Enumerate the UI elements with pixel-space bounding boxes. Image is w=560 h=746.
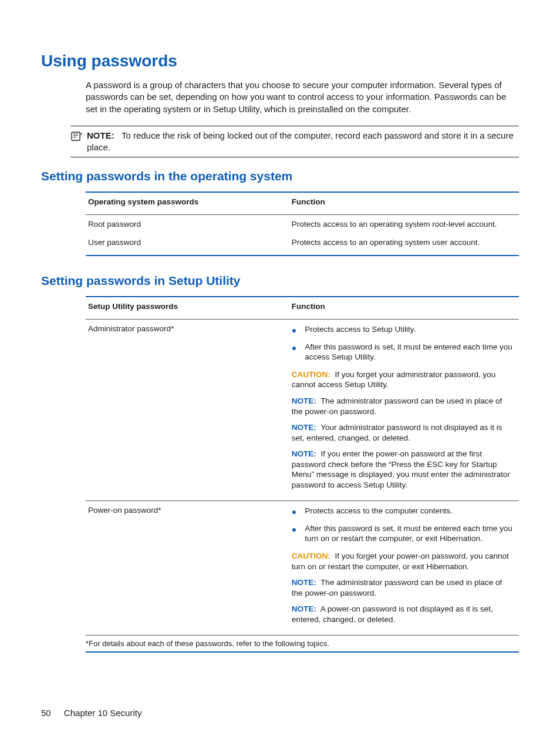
table-footnote: *For details about each of these passwor… [86,636,519,648]
cell: ●Protects access to the computer content… [289,501,519,631]
setup-passwords-table-body-2: Power-on password* ●Protects access to t… [86,501,519,631]
table-header: Function [289,193,519,211]
table-row: User password Protects access to an oper… [86,233,519,251]
bullet-text: After this password is set, it must be e… [305,342,514,362]
bullet-text: Protects access to Setup Utility. [305,324,416,335]
chapter-label: Chapter 10 Security [64,708,142,718]
note-label: NOTE: [292,396,316,405]
bullet-text: Protects access to the computer contents… [305,506,452,516]
top-note-box: NOTE: To reduce the risk of being locked… [70,126,519,158]
table-header: Setup Utility passwords [86,297,289,315]
bullet-icon: ● [292,506,296,516]
cell: Protects access to an operating system u… [289,233,519,251]
list-item: ●After this password is set, it must be … [292,523,514,544]
setup-passwords-table-head: Setup Utility passwords Function [86,297,519,315]
os-passwords-table: Operating system passwords Function [86,193,519,211]
note-body: To reduce the risk of being locked out o… [87,130,514,152]
caution-label: CAUTION: [292,370,330,379]
os-passwords-table-body: Root password Protects access to an oper… [86,215,519,251]
caution-label: CAUTION: [292,552,330,560]
inline-note: NOTE: The administrator password can be … [292,396,514,416]
note-text: A power-on password is not displayed as … [292,604,493,624]
cell: User password [86,233,289,251]
note-label: NOTE: [87,130,114,140]
list-item: ●Protects access to the computer content… [292,506,514,516]
table-header: Function [289,297,519,315]
table-row: Administrator password* ●Protects access… [86,320,519,497]
cell: Protects access to an operating system r… [289,215,519,233]
note-label: NOTE: [292,578,316,587]
cell: Administrator password* [86,320,289,497]
note-label: NOTE: [292,423,316,432]
page-heading: Using passwords [41,52,519,70]
table-header: Operating system passwords [86,193,289,211]
bullet-icon: ● [292,342,296,362]
top-note-text: NOTE: To reduce the risk of being locked… [87,130,519,154]
list-item: ●After this password is set, it must be … [292,342,514,362]
setup-passwords-table-body: Administrator password* ●Protects access… [86,320,519,497]
note-text: Your administrator password is not displ… [292,423,502,442]
list-item: ●Protects access to Setup Utility. [292,324,514,335]
table-row: Power-on password* ●Protects access to t… [86,501,519,631]
inline-note: NOTE: Your administrator password is not… [292,422,514,443]
inline-note: NOTE: The administrator password can be … [292,577,514,598]
section-heading-setup: Setting passwords in Setup Utility [41,274,519,288]
table-bottom-rule [86,651,519,653]
page-number: 50 [41,708,51,718]
inline-note: NOTE: If you enter the power-on password… [292,449,514,490]
bullet-list: ●Protects access to Setup Utility. ●Afte… [292,324,514,362]
cell: ●Protects access to Setup Utility. ●Afte… [289,320,519,497]
caution-note: CAUTION: If you forget your administrato… [292,369,514,390]
cell: Power-on password* [86,501,289,631]
note-text: The administrator password can be used i… [292,578,502,597]
bullet-text: After this password is set, it must be e… [305,523,514,544]
bullet-icon: ● [292,324,296,335]
bullet-list: ●Protects access to the computer content… [292,506,514,544]
note-label: NOTE: [292,604,316,613]
intro-paragraph: A password is a group of characters that… [86,79,519,115]
note-text: The administrator password can be used i… [292,396,502,416]
section-heading-os: Setting passwords in the operating syste… [41,169,519,183]
note-pencil-icon [70,130,83,154]
caution-note: CAUTION: If you forget your power-on pas… [292,551,514,572]
cell: Root password [86,215,289,233]
page-footer: 50 Chapter 10 Security [41,708,141,718]
note-label: NOTE: [292,449,316,458]
table-row: Root password Protects access to an oper… [86,215,519,233]
bullet-icon: ● [292,523,296,544]
note-text: If you enter the power-on password at th… [292,449,510,489]
inline-note: NOTE: A power-on password is not display… [292,604,514,624]
svg-rect-0 [72,132,80,140]
